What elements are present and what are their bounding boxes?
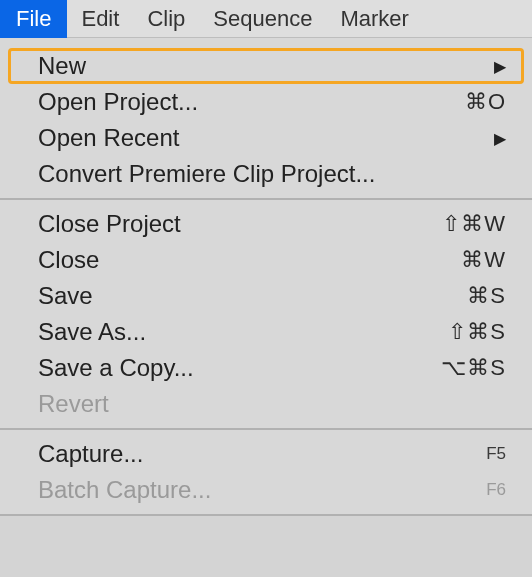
menu-item-new[interactable]: New ▶	[8, 48, 524, 84]
menubar: File Edit Clip Sequence Marker	[0, 0, 532, 38]
menu-separator	[0, 428, 532, 430]
menu-item-save-as[interactable]: Save As... ⇧⌘S	[0, 314, 532, 350]
menu-item-save-copy[interactable]: Save a Copy... ⌥⌘S	[0, 350, 532, 386]
menu-separator	[0, 198, 532, 200]
submenu-arrow-icon: ▶	[494, 129, 506, 148]
menubar-item-sequence[interactable]: Sequence	[199, 0, 326, 38]
menubar-item-file[interactable]: File	[0, 0, 67, 38]
menu-item-label: Save	[38, 282, 467, 310]
menu-item-label: Open Recent	[38, 124, 494, 152]
menu-item-open-recent[interactable]: Open Recent ▶	[0, 120, 532, 156]
menu-shortcut: ⌘O	[465, 89, 506, 115]
file-dropdown: New ▶ Open Project... ⌘O Open Recent ▶ C…	[0, 38, 532, 516]
menu-item-label: Close	[38, 246, 461, 274]
menu-item-revert: Revert	[0, 386, 532, 422]
menu-item-save[interactable]: Save ⌘S	[0, 278, 532, 314]
menu-item-label: Batch Capture...	[38, 476, 486, 504]
menu-item-batch-capture: Batch Capture... F6	[0, 472, 532, 508]
menu-shortcut: ⇧⌘W	[442, 211, 506, 237]
menu-shortcut: ⌘W	[461, 247, 506, 273]
menu-shortcut: F5	[486, 444, 506, 464]
menubar-item-clip[interactable]: Clip	[133, 0, 199, 38]
menu-item-label: Close Project	[38, 210, 442, 238]
menu-item-label: Save As...	[38, 318, 448, 346]
menubar-item-marker[interactable]: Marker	[326, 0, 422, 38]
menu-item-capture[interactable]: Capture... F5	[0, 436, 532, 472]
menu-shortcut: ⌘S	[467, 283, 506, 309]
menu-item-label: Open Project...	[38, 88, 465, 116]
menu-item-label: Save a Copy...	[38, 354, 441, 382]
menu-shortcut: F6	[486, 480, 506, 500]
menu-item-label: New	[38, 52, 494, 80]
submenu-arrow-icon: ▶	[494, 57, 506, 76]
menu-item-close[interactable]: Close ⌘W	[0, 242, 532, 278]
menu-item-close-project[interactable]: Close Project ⇧⌘W	[0, 206, 532, 242]
menu-shortcut: ⇧⌘S	[448, 319, 506, 345]
menu-item-label: Convert Premiere Clip Project...	[38, 160, 506, 188]
menu-separator	[0, 514, 532, 516]
menu-item-convert-premiere[interactable]: Convert Premiere Clip Project...	[0, 156, 532, 192]
menubar-item-edit[interactable]: Edit	[67, 0, 133, 38]
menu-item-label: Capture...	[38, 440, 486, 468]
menu-item-label: Revert	[38, 390, 506, 418]
menu-shortcut: ⌥⌘S	[441, 355, 506, 381]
menu-item-open-project[interactable]: Open Project... ⌘O	[0, 84, 532, 120]
